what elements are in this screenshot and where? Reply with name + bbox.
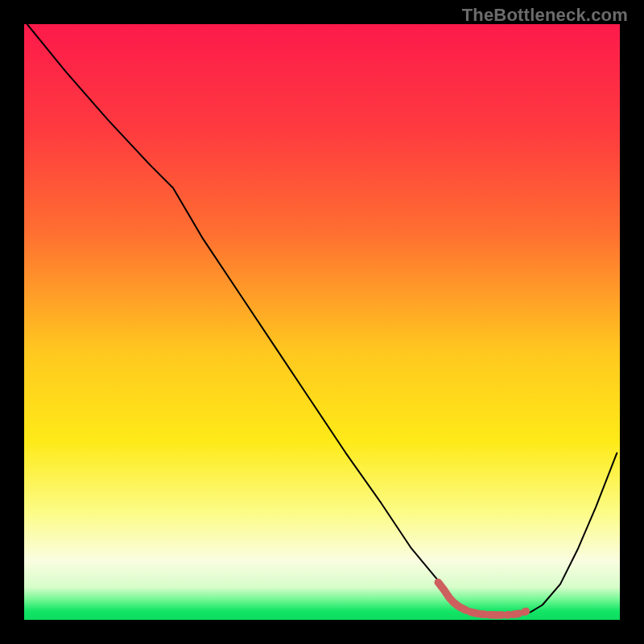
plot-area xyxy=(24,24,620,620)
chart-frame: TheBottleneck.com xyxy=(0,0,644,644)
curve-layer xyxy=(24,24,620,620)
highlight-dash xyxy=(470,612,485,614)
bottleneck-curve-path xyxy=(27,24,617,615)
highlight-dash xyxy=(514,613,519,614)
watermark-label: TheBottleneck.com xyxy=(462,5,628,26)
highlight-dash xyxy=(525,611,526,612)
highlight-dash xyxy=(438,582,466,610)
